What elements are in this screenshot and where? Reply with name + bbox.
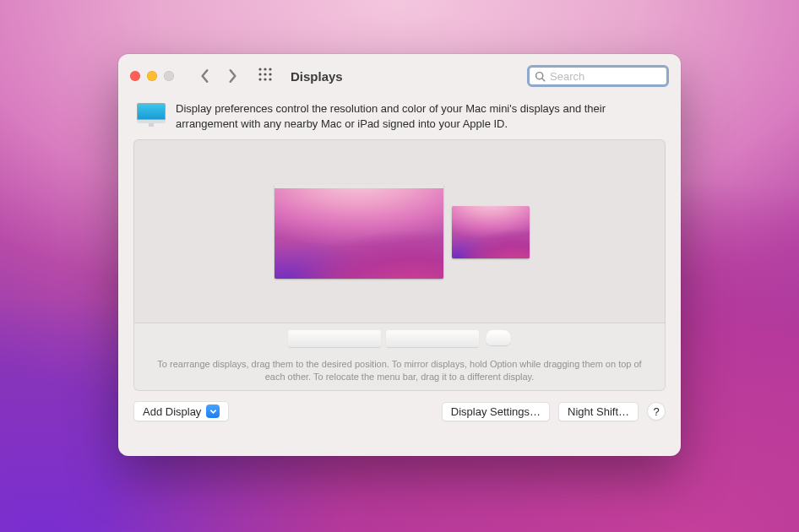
- intro-text: Display preferences control the resoluti…: [176, 101, 662, 131]
- svg-point-2: [269, 68, 271, 70]
- chevron-down-icon: [206, 404, 220, 418]
- svg-point-7: [264, 78, 266, 80]
- search-field[interactable]: [527, 65, 669, 87]
- show-all-icon[interactable]: [258, 68, 272, 84]
- window-body: Display preferences control the resoluti…: [118, 98, 681, 456]
- svg-line-10: [542, 78, 545, 80]
- forward-button[interactable]: [226, 68, 238, 84]
- intro-row: Display preferences control the resoluti…: [133, 98, 666, 139]
- arrangement-footer: To rearrange displays, drag them to the …: [133, 323, 666, 391]
- svg-point-9: [536, 72, 543, 79]
- nav-buttons: [199, 68, 238, 84]
- arrangement-hint: To rearrange displays, drag them to the …: [155, 358, 644, 383]
- displays-window: Displays Display preferences control the…: [118, 54, 681, 456]
- arrangement-area[interactable]: [133, 139, 666, 323]
- svg-point-5: [269, 73, 271, 75]
- keyboard-icon: [386, 330, 479, 347]
- display-thumbnail-main[interactable]: [274, 184, 443, 279]
- svg-point-1: [264, 68, 266, 70]
- desktop-background: Displays Display preferences control the…: [0, 0, 799, 532]
- svg-point-4: [264, 73, 266, 75]
- zoom-icon[interactable]: [164, 71, 174, 81]
- svg-point-8: [269, 78, 271, 80]
- window-traffic-lights: [130, 71, 174, 81]
- svg-point-6: [258, 78, 261, 80]
- display-settings-button[interactable]: Display Settings…: [442, 402, 550, 421]
- help-button[interactable]: ?: [647, 402, 666, 421]
- search-input[interactable]: [550, 70, 661, 83]
- keyboard-icon: [288, 330, 381, 347]
- add-display-label: Add Display: [143, 405, 201, 418]
- minimize-icon[interactable]: [147, 71, 157, 81]
- peripherals-graphic: [134, 330, 665, 352]
- night-shift-button[interactable]: Night Shift…: [558, 402, 639, 421]
- display-icon: [137, 103, 166, 125]
- window-title: Displays: [291, 69, 343, 84]
- mouse-icon: [486, 330, 511, 345]
- window-toolbar: Displays: [118, 54, 681, 98]
- back-button[interactable]: [199, 68, 211, 84]
- display-thumbnail-secondary[interactable]: [452, 206, 530, 258]
- close-icon[interactable]: [130, 71, 140, 81]
- svg-point-0: [258, 68, 261, 70]
- add-display-button[interactable]: Add Display: [133, 401, 229, 421]
- search-icon: [535, 71, 546, 82]
- footer-row: Add Display Display Settings… Night Shif…: [133, 391, 666, 421]
- svg-point-3: [258, 73, 261, 75]
